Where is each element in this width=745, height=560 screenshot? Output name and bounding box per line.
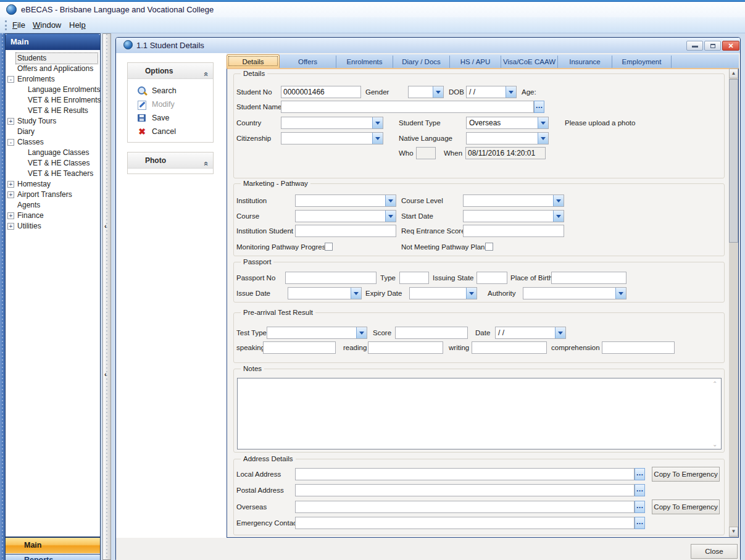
expand-icon[interactable]: + <box>7 223 14 230</box>
menu-file[interactable]: File <box>12 17 25 33</box>
tab-employment[interactable]: Employment <box>612 56 672 68</box>
sidebar-item-utilities[interactable]: +Utilities <box>6 221 99 232</box>
tab-details[interactable]: Details <box>227 54 280 68</box>
chevron-down-icon[interactable] <box>538 117 548 128</box>
test-date-select[interactable]: / / <box>495 327 566 339</box>
chevron-down-icon[interactable] <box>615 288 626 299</box>
chevron-down-icon[interactable] <box>385 195 396 206</box>
scroll-down-icon[interactable]: ⌄ <box>712 441 720 448</box>
close-button[interactable]: Close <box>691 544 738 559</box>
place-of-birth-field[interactable] <box>551 272 626 284</box>
comprehension-field[interactable] <box>602 341 675 354</box>
sidebar-footer-reports[interactable]: Reports <box>6 554 100 560</box>
sidebar-item-finance[interactable]: +Finance <box>6 211 99 221</box>
local-address-lookup-button[interactable]: … <box>635 468 645 480</box>
sidebar-item-enrolments[interactable]: -Enrolments <box>6 74 99 85</box>
native-language-select[interactable] <box>466 132 549 144</box>
postal-address-field[interactable] <box>295 484 635 496</box>
reading-field[interactable] <box>368 341 443 354</box>
scroll-up-icon[interactable]: ⌃ <box>712 380 720 387</box>
sidebar-item-study-tours[interactable]: +Study Tours <box>6 116 99 127</box>
passport-type-field[interactable] <box>399 272 429 284</box>
chevron-down-icon[interactable] <box>372 117 383 128</box>
test-type-select[interactable] <box>267 327 367 339</box>
monitoring-pathway-checkbox[interactable] <box>325 243 333 251</box>
student-type-select[interactable]: Overseas <box>466 117 549 129</box>
overseas-address-field[interactable] <box>295 501 635 513</box>
tab-enrolments[interactable]: Enrolments <box>336 56 393 68</box>
sidebar-item-vet-he-results[interactable]: VET & HE Results <box>6 106 99 116</box>
copy-local-to-emergency-button[interactable]: Copy To Emergency <box>652 467 720 482</box>
student-name-field[interactable] <box>281 101 534 113</box>
authority-select[interactable] <box>523 287 626 299</box>
chevron-down-icon[interactable] <box>385 211 396 222</box>
sidebar-item-classes[interactable]: -Classes <box>6 137 99 148</box>
sidebar-item-vet-he-teachers[interactable]: VET & HE Teachers <box>6 169 99 179</box>
speaking-field[interactable] <box>263 341 336 354</box>
chevron-down-icon[interactable] <box>466 288 477 299</box>
student-no-field[interactable] <box>281 86 361 98</box>
sidebar-item-students[interactable]: Students <box>6 53 99 64</box>
expand-icon[interactable]: + <box>7 181 14 188</box>
chevron-down-icon[interactable] <box>351 288 361 299</box>
sidebar-splitter[interactable] <box>102 33 111 560</box>
collapse-chevron-icon[interactable]: « <box>198 72 214 76</box>
emergency-contact-lookup-button[interactable]: … <box>635 517 645 529</box>
postal-address-lookup-button[interactable]: … <box>635 484 645 496</box>
tab-insurance[interactable]: Insurance <box>558 56 612 68</box>
chevron-down-icon[interactable] <box>433 86 443 98</box>
sidebar-item-agents[interactable]: Agents <box>6 200 99 211</box>
sidebar-item-offers-and-applications[interactable]: Offers and Applications <box>6 64 99 74</box>
restore-button[interactable] <box>704 41 721 51</box>
scrollbar-thumb[interactable] <box>729 79 738 243</box>
expand-icon[interactable]: + <box>7 118 14 125</box>
copy-overseas-to-emergency-button[interactable]: Copy To Emergency <box>652 499 720 514</box>
expand-icon[interactable]: + <box>7 191 14 198</box>
sidebar-item-vet-he-classes[interactable]: VET & HE Classes <box>6 158 99 169</box>
sidebar-item-airport-transfers[interactable]: +Airport Transfers <box>6 190 99 200</box>
splitter-collapse-icon[interactable]: ‹ <box>104 370 110 378</box>
tab-hs-apu[interactable]: HS / APU <box>450 56 501 68</box>
chevron-down-icon[interactable] <box>553 195 564 206</box>
sidebar-item-homestay[interactable]: +Homestay <box>6 179 99 190</box>
local-address-field[interactable] <box>295 468 635 480</box>
country-select[interactable] <box>281 117 383 129</box>
scrollbar-up-button[interactable]: ▲ <box>729 69 738 78</box>
issue-date-select[interactable] <box>288 287 362 299</box>
chevron-down-icon[interactable] <box>555 327 565 338</box>
close-window-button[interactable]: ✕ <box>722 41 739 51</box>
menu-help[interactable]: Help <box>69 17 86 33</box>
tab-offers[interactable]: Offers <box>280 56 336 68</box>
not-meeting-pathway-checkbox[interactable] <box>485 243 493 251</box>
splitter-collapse-icon[interactable]: ‹ <box>104 222 110 230</box>
sidebar-item-language-enrolments[interactable]: Language Enrolments <box>6 85 99 95</box>
start-date-select[interactable] <box>463 210 564 222</box>
overseas-address-lookup-button[interactable]: … <box>635 501 645 513</box>
dob-select[interactable]: / / <box>466 86 517 98</box>
sidebar-item-diary[interactable]: Diary <box>6 127 99 137</box>
expiry-date-select[interactable] <box>409 287 477 299</box>
score-field[interactable] <box>395 327 468 339</box>
chevron-down-icon[interactable] <box>538 133 548 144</box>
collapse-icon[interactable]: - <box>7 76 14 83</box>
sidebar-footer-main[interactable]: Main <box>6 537 100 553</box>
course-select[interactable] <box>295 210 396 222</box>
writing-field[interactable] <box>472 341 547 354</box>
tab-diary-docs[interactable]: Diary / Docs <box>393 56 450 68</box>
course-level-select[interactable] <box>463 194 564 207</box>
gender-select[interactable] <box>408 86 444 98</box>
chevron-down-icon[interactable] <box>506 86 516 98</box>
sidebar-item-language-classes[interactable]: Language Classes <box>6 148 99 158</box>
menu-window[interactable]: Window <box>33 17 61 33</box>
req-entrance-score-field[interactable] <box>463 225 564 237</box>
citizenship-select[interactable] <box>281 132 383 144</box>
chevron-down-icon[interactable] <box>356 327 367 338</box>
institution-select[interactable] <box>295 194 396 207</box>
passport-no-field[interactable] <box>285 272 377 284</box>
expand-icon[interactable]: + <box>7 212 14 219</box>
collapse-icon[interactable]: - <box>7 139 14 146</box>
tab-visa-coe-caaw[interactable]: Visa/CoE CAAW <box>501 56 558 68</box>
student-name-lookup-button[interactable]: … <box>534 101 544 113</box>
minimize-button[interactable] <box>686 41 703 51</box>
collapse-chevron-icon[interactable]: « <box>198 161 214 165</box>
